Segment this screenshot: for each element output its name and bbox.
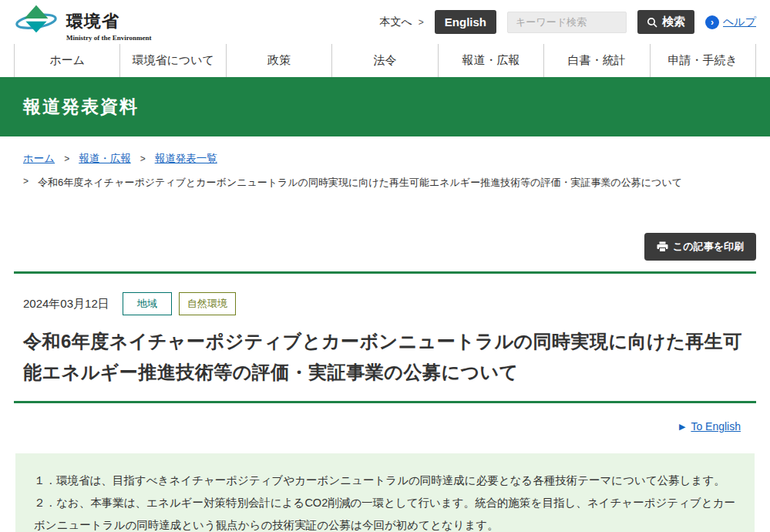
to-english-row: ▶ To English bbox=[0, 420, 770, 433]
summary-paragraph-2: ２．なお、本事業は、エネルギー対策特別会計によるCO2削減の一環として行います。… bbox=[34, 492, 736, 532]
print-row: この記事を印刷 bbox=[0, 233, 770, 261]
nav-item-about[interactable]: 環境省について bbox=[119, 44, 225, 77]
search-icon bbox=[647, 17, 657, 28]
print-article-button[interactable]: この記事を印刷 bbox=[644, 233, 756, 261]
green-divider-top bbox=[14, 271, 756, 274]
breadcrumb-separator: > bbox=[140, 153, 146, 164]
nav-item-procedures[interactable]: 申請・手続き bbox=[650, 44, 756, 77]
article-date: 2024年03月12日 bbox=[23, 297, 109, 311]
breadcrumb-link-home[interactable]: ホーム bbox=[23, 152, 55, 166]
to-english-label: To English bbox=[691, 420, 741, 433]
to-english-link[interactable]: ▶ To English bbox=[679, 420, 741, 433]
print-button-label: この記事を印刷 bbox=[673, 240, 744, 254]
article-summary-box: １．環境省は、目指すべきネイチャーポジティブやカーボンニュートラルの同時達成に必… bbox=[15, 453, 755, 532]
nav-item-laws[interactable]: 法令 bbox=[331, 44, 437, 77]
breadcrumb-link-press[interactable]: 報道・広報 bbox=[79, 152, 131, 166]
skip-to-content-link[interactable]: 本文へ > bbox=[380, 15, 424, 29]
green-divider-bottom bbox=[14, 401, 756, 403]
help-link[interactable]: › ヘルプ bbox=[705, 15, 756, 29]
english-button[interactable]: English bbox=[435, 10, 496, 34]
search-input[interactable] bbox=[507, 12, 627, 33]
moe-logo[interactable]: 環境省 Ministry of the Environment bbox=[14, 4, 152, 42]
breadcrumb-current: 令和6年度ネイチャーポジティブとカーボンニュートラルの同時実現に向けた再生可能エ… bbox=[38, 176, 682, 190]
search-button[interactable]: 検索 bbox=[637, 10, 694, 34]
logo-texts: 環境省 Ministry of the Environment bbox=[23, 10, 152, 42]
nav-item-whitepaper[interactable]: 白書・統計 bbox=[543, 44, 649, 77]
breadcrumb-link-press-list[interactable]: 報道発表一覧 bbox=[155, 152, 217, 166]
nav-item-home[interactable]: ホーム bbox=[14, 44, 119, 77]
chevron-right-icon: > bbox=[419, 17, 424, 28]
triangle-right-icon: ▶ bbox=[679, 422, 685, 432]
search-button-label: 検索 bbox=[662, 15, 685, 29]
global-nav: ホーム 環境省について 政策 法令 報道・広報 白書・統計 申請・手続き bbox=[0, 44, 770, 77]
nav-item-policy[interactable]: 政策 bbox=[226, 44, 331, 77]
help-link-label: ヘルプ bbox=[723, 15, 756, 29]
summary-paragraph-1: １．環境省は、目指すべきネイチャーポジティブやカーボンニュートラルの同時達成に必… bbox=[34, 470, 736, 492]
breadcrumb-current-line: > 令和6年度ネイチャーポジティブとカーボンニュートラルの同時実現に向けた再生可… bbox=[23, 176, 756, 190]
tag-region[interactable]: 地域 bbox=[123, 292, 172, 315]
english-button-label: English bbox=[445, 15, 486, 29]
site-header: 環境省 Ministry of the Environment 本文へ > En… bbox=[0, 0, 770, 44]
nav-item-press[interactable]: 報道・広報 bbox=[438, 44, 543, 77]
page-banner-title: 報道発表資料 bbox=[23, 95, 139, 119]
help-circle-icon: › bbox=[705, 15, 719, 29]
breadcrumb-separator: > bbox=[23, 176, 29, 190]
printer-icon bbox=[657, 241, 668, 252]
header-utilities: 本文へ > English 検索 › ヘルプ bbox=[380, 10, 757, 34]
breadcrumb: ホーム > 報道・広報 > 報道発表一覧 > 令和6年度ネイチャーポジティブとカ… bbox=[0, 136, 770, 190]
article-meta-row: 2024年03月12日 地域 自然環境 bbox=[0, 292, 770, 315]
tag-nature[interactable]: 自然環境 bbox=[179, 292, 236, 315]
logo-title: 環境省 bbox=[66, 10, 152, 33]
breadcrumb-links-line: ホーム > 報道・広報 > 報道発表一覧 bbox=[23, 152, 756, 166]
skip-link-label: 本文へ bbox=[380, 15, 412, 29]
logo-subtitle: Ministry of the Environment bbox=[66, 34, 152, 42]
page-banner: 報道発表資料 bbox=[0, 77, 770, 136]
breadcrumb-separator: > bbox=[64, 153, 69, 164]
article-title: 令和6年度ネイチャーポジティブとカーボンニュートラルの同時実現に向けた再生可能エ… bbox=[23, 326, 747, 387]
